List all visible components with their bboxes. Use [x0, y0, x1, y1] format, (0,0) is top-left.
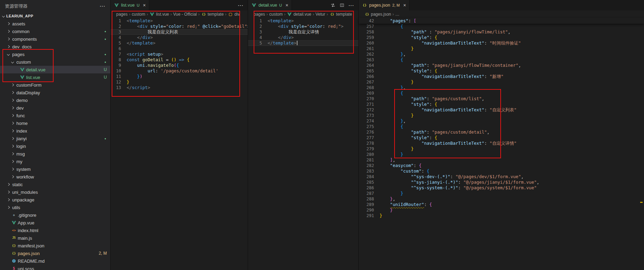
more-icon[interactable]: ···	[238, 3, 244, 8]
close-icon[interactable]: ×	[285, 3, 288, 8]
code-line-280[interactable]: 280 }	[359, 152, 644, 157]
tree-folder-dev[interactable]: dev	[0, 104, 110, 112]
breadcrumb-item[interactable]: Vetur	[316, 12, 325, 17]
tree-folder-pages[interactable]: pages●	[0, 50, 110, 58]
code-line-11[interactable]: 11 })	[111, 74, 248, 79]
code-line-258[interactable]: 258 "path" : "pages/jianyi/flowTime/list…	[359, 29, 644, 35]
code-line-12[interactable]: 12}	[111, 79, 248, 85]
code-line-271[interactable]: 271 "style": {	[359, 102, 644, 107]
code-line-5[interactable]: 5</template>	[111, 40, 248, 46]
tree-folder-common[interactable]: common●	[0, 27, 110, 35]
code-line-291[interactable]: 291}	[359, 213, 644, 219]
tree-file-detail.vue[interactable]: detail.vueU	[0, 66, 110, 73]
code-line-267[interactable]: 267 }	[359, 79, 644, 85]
code-line-278[interactable]: 278 "navigationBarTitleText": "自定义详情"	[359, 141, 644, 146]
tree-folder-utils[interactable]: utils	[0, 204, 110, 211]
code-line-272[interactable]: 272 "navigationBarTitleText": "自定义列表"	[359, 107, 644, 113]
tree-folder-my[interactable]: my	[0, 158, 110, 165]
tree-file-list.vue[interactable]: list.vueU	[0, 73, 110, 81]
code-line-276[interactable]: 276 "path": "pages/custom/detail",	[359, 129, 644, 135]
breadcrumb-item[interactable]: pages	[254, 12, 265, 17]
tree-folder-uni_modules[interactable]: uni_modules	[0, 188, 110, 196]
more-icon[interactable]: ···	[349, 3, 354, 8]
code-line-279[interactable]: 279 }	[359, 146, 644, 152]
code-line-270[interactable]: 270 "path": "pages/custom/list",	[359, 96, 644, 102]
code-line-284[interactable]: 284 "^sys-dev-(.*)": "@/pages/dev/$1/for…	[359, 174, 644, 180]
code-line-2[interactable]: 2 <div style="color: red;">	[248, 24, 358, 29]
code-line-2[interactable]: 2 <div style="color: red;" @click="goDet…	[111, 24, 248, 29]
code-line-13[interactable]: 13</script>	[111, 85, 248, 90]
code-area-2[interactable]: 1<template>2 <div style="color: red;">3 …	[248, 18, 358, 46]
code-line-264[interactable]: 264 "path": "pages/jianyi/flowTime/conta…	[359, 63, 644, 68]
tree-folder-login[interactable]: login	[0, 142, 110, 150]
tree-folder-components[interactable]: components●	[0, 35, 110, 43]
code-line-5[interactable]: 5</template>	[248, 40, 358, 46]
tree-folder-demo[interactable]: demo	[0, 96, 110, 104]
code-line-287[interactable]: 287 }	[359, 191, 644, 196]
breadcrumb-item[interactable]: div	[228, 12, 240, 17]
tree-folder-unpackage[interactable]: unpackage	[0, 196, 110, 204]
tab-list.vue[interactable]: list.vueU×	[111, 0, 149, 10]
breadcrumb-item[interactable]: {}pages.json	[364, 12, 391, 17]
breadcrumb-item[interactable]: detail.vue	[287, 12, 311, 17]
code-line-290[interactable]: 290 }	[359, 207, 644, 213]
project-root-row[interactable]: LEARUN_APP	[0, 12, 110, 20]
tree-folder-assets[interactable]: assets	[0, 20, 110, 27]
breadcrumb-item[interactable]: custom	[132, 12, 145, 17]
code-line-3[interactable]: 3 我是自定义详情	[248, 29, 358, 35]
code-line-4[interactable]: 4 </div>	[248, 35, 358, 40]
tree-folder-static[interactable]: static	[0, 181, 110, 188]
breadcrumb-item[interactable]: {}template	[329, 12, 352, 17]
tree-folder-jianyi[interactable]: jianyi●	[0, 135, 110, 142]
code-line-7[interactable]: 7<script setup>	[111, 51, 248, 57]
tree-folder-custom[interactable]: custom●	[0, 58, 110, 66]
breadcrumb-item[interactable]: pages	[116, 12, 128, 17]
tree-folder-index[interactable]: index	[0, 127, 110, 135]
breadcrumb-item[interactable]: list.vue	[149, 12, 169, 17]
tree-file-manifest.json[interactable]: {}manifest.json	[0, 242, 110, 249]
code-line-6[interactable]: 6	[111, 46, 248, 51]
code-line-281[interactable]: 281 ],	[359, 157, 644, 163]
more-actions-icon[interactable]: ···	[100, 4, 105, 8]
tree-file-App.vue[interactable]: App.vue	[0, 219, 110, 227]
code-line-285[interactable]: 285 "^sys-jianyi-(.*)": "@/pages/jianyi/…	[359, 180, 644, 185]
tree-folder-customForm[interactable]: customForm	[0, 81, 110, 89]
code-line-282[interactable]: 282 "easycom": {	[359, 163, 644, 168]
code-line-283[interactable]: 283 "custom": {	[359, 168, 644, 174]
code-line-277[interactable]: 277 "style": {	[359, 135, 644, 141]
code-area-3[interactable]: 42 "pages": [257 {258 "path" : "pages/ji…	[359, 18, 644, 219]
code-line-286[interactable]: 286 "^sys-system-(.*)": "@/pages/system/…	[359, 185, 644, 191]
tree-file-.gitignore[interactable]: ◆.gitignore	[0, 211, 110, 219]
code-line-268[interactable]: 268 },	[359, 85, 644, 90]
tree-file-main.js[interactable]: JSmain.js	[0, 234, 110, 242]
tree-folder-dev_docs[interactable]: dev_docs	[0, 43, 110, 50]
code-line-1[interactable]: 1<template>	[248, 18, 358, 24]
tree-folder-func[interactable]: func	[0, 112, 110, 119]
code-line-261[interactable]: 261 }	[359, 46, 644, 51]
code-line-3[interactable]: 3 我是自定义列表	[111, 29, 248, 35]
breadcrumb-item[interactable]: …	[395, 12, 399, 17]
close-icon[interactable]: ×	[403, 3, 406, 8]
code-line-275[interactable]: 275 {	[359, 124, 644, 129]
compare-icon[interactable]	[331, 3, 335, 8]
tree-folder-workflow[interactable]: workflow	[0, 173, 110, 181]
code-line-259[interactable]: 259 "style": {	[359, 35, 644, 40]
code-line-8[interactable]: 8const goDetail = () => {	[111, 57, 248, 63]
code-line-260[interactable]: 260 "navigationBarTitleText": "时间组件验证"	[359, 40, 644, 46]
code-line-274[interactable]: 274 },	[359, 118, 644, 124]
tree-folder-home[interactable]: home	[0, 119, 110, 127]
breadcrumb-item[interactable]: Vue - Official	[173, 12, 197, 17]
tab-pages.json[interactable]: {}pages.json2, M×	[359, 0, 410, 10]
code-line-10[interactable]: 10 url: '/pages/custom/detail'	[111, 68, 248, 74]
tree-folder-msg[interactable]: msg	[0, 150, 110, 158]
tree-file-uni.scss[interactable]: Suni.scss	[0, 265, 110, 270]
code-area-1[interactable]: 1<template>2 <div style="color: red;" @c…	[111, 18, 248, 90]
code-line-1[interactable]: 1<template>	[111, 18, 248, 24]
tree-file-pages.json[interactable]: {}pages.json2, M	[0, 249, 110, 257]
close-icon[interactable]: ×	[143, 3, 146, 8]
sticky-scroll-line[interactable]: 42 "pages": [	[359, 18, 644, 24]
code-line-273[interactable]: 273 }	[359, 113, 644, 118]
code-line-262[interactable]: 262 },	[359, 51, 644, 57]
code-line-288[interactable]: 288 },	[359, 196, 644, 202]
breadcrumb-item[interactable]: custom	[269, 12, 283, 17]
